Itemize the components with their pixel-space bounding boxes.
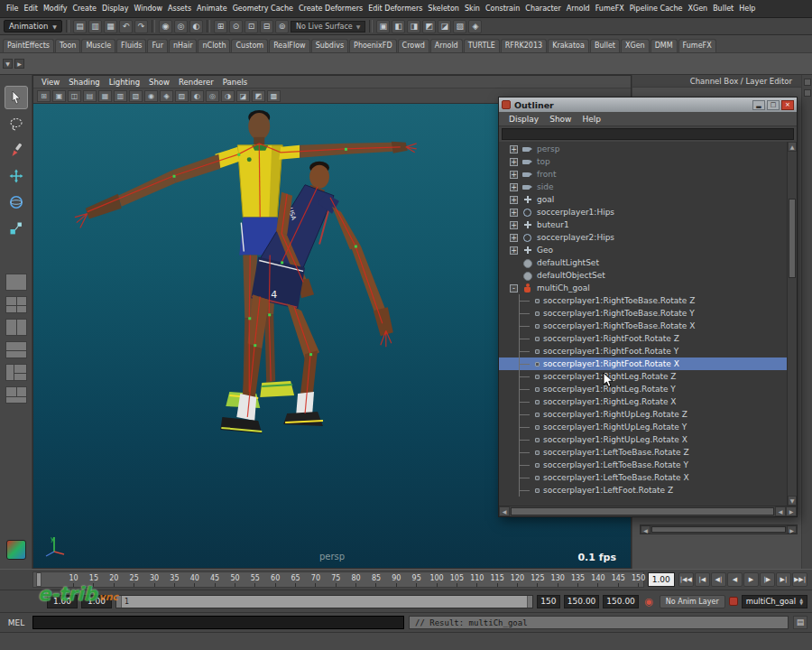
two-d-pan-zoom-icon[interactable]: ◐: [190, 90, 204, 102]
textured-icon[interactable]: ◩: [252, 90, 265, 102]
outliner-attr-item[interactable]: soccerplayer1:LeftToeBase.Rotate X: [499, 471, 787, 484]
layout-four-pane-button[interactable]: [5, 296, 27, 313]
bookmarks-icon[interactable]: ◈: [160, 90, 173, 102]
shadows-icon[interactable]: ◪: [236, 90, 250, 102]
shelf-tab[interactable]: Arnold: [430, 39, 463, 52]
channel-box-tab[interactable]: Channel Box / Layer Editor: [632, 75, 812, 88]
character-set-key-icon[interactable]: [729, 597, 738, 606]
outliner-attr-item[interactable]: soccerplayer1:RightLeg.Rotate X: [499, 395, 787, 408]
redo-icon[interactable]: ↷: [134, 20, 148, 33]
outliner-attr-item[interactable]: soccerplayer1:RightToeBase.Rotate Z: [499, 294, 787, 307]
expand-toggle[interactable]: +: [510, 171, 518, 179]
animation-start-field[interactable]: 1.00: [47, 595, 78, 608]
expand-toggle[interactable]: -: [510, 284, 518, 292]
outliner-item[interactable]: + soccerplayer1:Hips: [499, 206, 787, 218]
menu-item[interactable]: FumeFX: [593, 0, 627, 17]
outliner-item[interactable]: + front: [499, 168, 787, 181]
camera-attributes-icon[interactable]: ◉: [144, 90, 158, 102]
expand-toggle[interactable]: +: [510, 145, 518, 153]
make-live-icon[interactable]: ⊚: [275, 20, 289, 33]
new-scene-icon[interactable]: ▤: [73, 20, 87, 33]
toolbar-divider[interactable]: [207, 20, 210, 32]
outliner-attr-item[interactable]: soccerplayer1:RightUpLeg.Rotate Z: [499, 408, 787, 421]
shelf-tab[interactable]: Custom: [231, 39, 268, 52]
outliner-item[interactable]: defaultLightSet: [499, 256, 787, 269]
outliner-item[interactable]: - multiCh_goal: [499, 282, 787, 294]
scrollbar-track[interactable]: [788, 152, 797, 496]
script-editor-icon[interactable]: ▤: [793, 616, 807, 629]
outliner-attr-item[interactable]: soccerplayer1:RightFoot.Rotate Z: [499, 332, 787, 345]
shelf-tab[interactable]: RealFlow: [269, 39, 310, 52]
menu-item[interactable]: Arnold: [564, 0, 593, 17]
outliner-vertical-scrollbar[interactable]: ▲ ▼: [787, 142, 797, 506]
shelf-tab[interactable]: DMM: [651, 39, 678, 52]
plugin-shelf-icon[interactable]: [6, 540, 26, 560]
expand-toggle[interactable]: +: [510, 209, 518, 217]
shelf-options-icon[interactable]: ▶: [14, 59, 24, 69]
rotate-tool-button[interactable]: [5, 190, 28, 214]
menu-item[interactable]: File: [4, 0, 21, 17]
shelf-tab[interactable]: nHair: [169, 39, 198, 52]
move-tool-button[interactable]: [5, 164, 28, 188]
scroll-left-icon[interactable]: ◀: [641, 525, 651, 534]
scroll-left-icon[interactable]: ◀: [499, 506, 510, 516]
live-surface-field[interactable]: No Live Surface ▼: [291, 21, 365, 32]
scrollbar-thumb[interactable]: [511, 507, 774, 515]
menu-item[interactable]: Display: [99, 0, 132, 17]
menu-set-dropdown[interactable]: Animation ▼: [4, 20, 62, 32]
expand-toggle[interactable]: +: [510, 196, 518, 204]
shelf-tab[interactable]: RFRK2013: [501, 39, 547, 52]
construction-history-icon[interactable]: ▣: [376, 20, 390, 33]
menu-item[interactable]: Help: [736, 0, 758, 17]
select-component-icon[interactable]: ◐: [189, 20, 203, 33]
wireframe-on-shaded-icon[interactable]: ▩: [267, 90, 281, 102]
show-manipulators-icon[interactable]: ◈: [468, 20, 482, 33]
shelf-tab[interactable]: nCloth: [198, 39, 230, 52]
panel-menu-item[interactable]: Panels: [219, 78, 251, 87]
mel-mode-button[interactable]: MEL: [5, 618, 28, 627]
outliner-attr-item[interactable]: soccerplayer1:LeftToeBase.Rotate Y: [499, 459, 787, 471]
maximize-button[interactable]: □: [767, 100, 780, 110]
outliner-item[interactable]: + top: [499, 155, 787, 168]
menu-item[interactable]: Bullet: [710, 0, 736, 17]
animation-end-field-2[interactable]: 150.00: [603, 595, 639, 608]
scroll-up-icon[interactable]: ▲: [788, 142, 797, 152]
shelf-tab[interactable]: PaintEffects: [3, 39, 54, 52]
shelf-tab[interactable]: Subdivs: [311, 39, 348, 52]
shelf-tab[interactable]: Krakatoa: [548, 39, 589, 52]
menu-item[interactable]: Skeleton: [425, 0, 462, 17]
scroll-down-icon[interactable]: ▼: [788, 496, 797, 506]
outliner-item[interactable]: + persp: [499, 143, 787, 155]
character-set-selector[interactable]: multiCh_goal ▲▼: [742, 595, 807, 608]
shelf-tab[interactable]: Bullet: [590, 39, 620, 52]
snap-to-plane-icon[interactable]: ⊟: [260, 20, 273, 33]
scroll-right-icon[interactable]: ▶: [786, 506, 797, 516]
channel-box-scrollbar[interactable]: ◀ ▶: [640, 525, 798, 534]
toggle-tool-settings-icon[interactable]: [804, 89, 811, 97]
step-back-frame-button[interactable]: ◀|: [711, 572, 726, 587]
image-plane-icon[interactable]: ▨: [175, 90, 189, 102]
outliner-filter-input[interactable]: [502, 128, 794, 140]
lighting-icon[interactable]: ◑: [221, 90, 235, 102]
current-frame-field[interactable]: 1.00: [648, 572, 675, 587]
scale-tool-button[interactable]: [5, 217, 28, 240]
panel-menu-item[interactable]: Show: [145, 78, 173, 87]
outliner-attr-item[interactable]: soccerplayer1:RightFoot.Rotate Y: [499, 345, 787, 358]
range-slider[interactable]: 1: [115, 595, 533, 608]
outliner-titlebar[interactable]: Outliner ▂□×: [499, 98, 797, 112]
ipr-render-icon[interactable]: ◨: [407, 20, 420, 33]
toolbar-divider[interactable]: [152, 20, 155, 32]
range-end-handle[interactable]: [527, 596, 532, 608]
toolbar-divider[interactable]: [66, 20, 69, 32]
shelf-tab[interactable]: FumeFX: [678, 39, 716, 52]
menu-item[interactable]: Geometry Cache: [230, 0, 296, 17]
minimize-button[interactable]: ▂: [752, 100, 765, 110]
step-forward-frame-button[interactable]: |▶: [760, 572, 775, 587]
step-back-key-button[interactable]: |◀: [695, 572, 710, 587]
outliner-attr-item[interactable]: soccerplayer1:RightToeBase.Rotate X: [499, 320, 787, 332]
gate-mask-icon[interactable]: ▤: [83, 90, 97, 102]
spinner-arrows-icon[interactable]: ▲▼: [799, 598, 803, 605]
scroll-left-icon[interactable]: ◀: [775, 506, 786, 516]
snap-to-curve-icon[interactable]: ⊙: [229, 20, 243, 33]
toolbar-divider[interactable]: [369, 20, 373, 32]
